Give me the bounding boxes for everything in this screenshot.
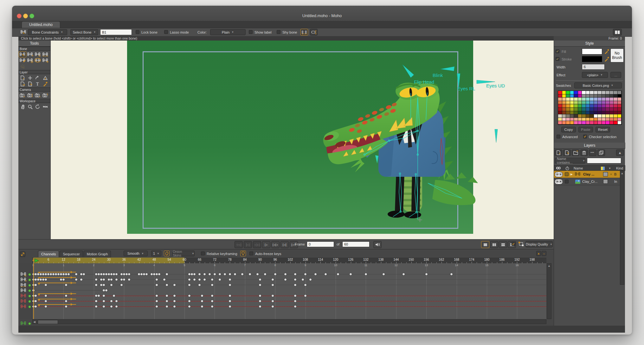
palette-swatch[interactable] [570,121,574,125]
keyframe[interactable] [115,300,118,303]
keyframe[interactable] [44,294,47,297]
keyframe[interactable] [95,305,98,308]
keyframe[interactable] [229,294,231,297]
kind-column-header[interactable]: Kind [616,166,623,170]
keyframe[interactable] [65,300,68,303]
keyframe[interactable] [102,278,105,281]
palette-swatch[interactable] [598,98,602,101]
palette-swatch[interactable] [578,121,582,125]
palette-swatch[interactable] [594,108,598,111]
layer-row-clay-[interactable]: ▶Clay ...▼B [554,171,620,178]
palette-swatch[interactable] [602,104,606,108]
palette-swatch[interactable] [598,94,602,98]
palette-swatch[interactable] [558,121,562,125]
keyframe[interactable] [115,278,118,281]
palette-swatch[interactable] [570,104,574,108]
palette-swatch[interactable] [582,108,586,111]
canvas-viewport[interactable]: BlinkFlip HeadEyes RLEyes UD [51,41,554,239]
keyframe[interactable] [123,278,126,281]
palette-swatch[interactable] [598,121,602,125]
keyframe[interactable] [213,273,216,276]
camera-pan-tool-button[interactable] [34,92,42,98]
palette-swatch[interactable] [614,101,618,105]
fill-eyedropper-icon[interactable] [604,48,610,54]
keyframe[interactable] [128,273,131,276]
palette-swatch[interactable] [594,101,598,105]
palette-swatch[interactable] [578,91,582,94]
palette-swatch[interactable] [570,108,574,111]
keyframe[interactable] [294,278,297,281]
swatches-dropdown[interactable]: Basic Colors.png▼ [574,82,622,88]
current-frame-input[interactable]: 0 [307,241,334,247]
keyframe[interactable] [65,305,68,308]
chevron-down-icon[interactable]: ▼ [609,167,611,170]
play-button[interactable]: ▷ [262,241,270,248]
mute-audio-button[interactable] [373,241,382,248]
palette-swatch[interactable] [618,98,622,101]
palette-swatch[interactable] [590,111,594,115]
send-layer-tool-button[interactable] [19,81,26,87]
keyframe[interactable] [165,294,168,297]
keyframe[interactable] [259,305,261,308]
palette-swatch[interactable] [602,111,606,115]
channel-bone-scale-2[interactable] [20,283,31,288]
bone-pencil-tool-button[interactable] [19,57,26,63]
palette-swatch[interactable] [618,101,622,105]
palette-swatch[interactable] [618,114,622,118]
palette-swatch[interactable] [614,114,618,118]
palette-swatch[interactable] [614,98,618,101]
palette-swatch[interactable] [602,91,606,94]
copy-style-button[interactable]: Copy [561,127,576,132]
palette-swatch[interactable] [606,111,610,115]
bone-constraints-dropdown[interactable]: Bone Constraints▼ [28,29,67,35]
keyframe[interactable] [304,294,307,297]
bone-strength-tool-button[interactable] [34,57,42,63]
timeline-ruler[interactable]: 6121824303642485460667278849096102108114… [32,258,546,263]
palette-swatch[interactable] [566,94,570,98]
palette-swatch[interactable] [586,111,590,115]
palette-swatch[interactable] [562,118,566,121]
palette-swatch[interactable] [598,108,602,111]
duplicate-layer-button[interactable] [563,150,571,156]
palette-swatch[interactable] [570,98,574,101]
show-label-checkbox[interactable] [249,30,253,34]
keyframe[interactable] [193,273,196,276]
name-column-header[interactable]: Name [574,166,583,170]
keyframe[interactable] [201,305,203,308]
layer-visibility-toggle[interactable] [555,179,563,184]
palette-swatch[interactable] [602,94,606,98]
palette-swatch[interactable] [586,104,590,108]
transform-bone-tool-button[interactable] [19,51,26,57]
palette-swatch[interactable] [618,121,622,125]
keyframe[interactable] [188,305,191,308]
stroke-width-input[interactable]: 6 [582,64,605,70]
fill-checkbox[interactable] [556,49,559,53]
keyframe[interactable] [188,294,191,297]
keyframe[interactable] [155,300,158,303]
palette-swatch[interactable] [590,114,594,118]
palette-swatch[interactable] [590,98,594,101]
scroll-left-arrow[interactable]: ◀ [33,320,35,323]
palette-swatch[interactable] [586,98,590,101]
keyframe[interactable] [44,278,47,281]
palette-swatch[interactable] [558,91,562,94]
palette-swatch[interactable] [578,114,582,118]
palette-swatch[interactable] [566,114,570,118]
palette-swatch[interactable] [570,91,574,94]
palette-swatch[interactable] [566,111,570,115]
keyframe[interactable] [402,273,405,276]
add-bone-tool-button[interactable]: + [26,51,34,57]
lasso-mode-checkbox[interactable] [164,30,168,34]
follow-path-tool-button[interactable] [34,75,42,81]
channel-bone-red-6[interactable] [20,304,31,309]
keyframe[interactable] [44,305,47,308]
keyframe[interactable] [102,305,105,308]
palette-swatch[interactable] [610,118,614,121]
keyframe[interactable] [113,294,115,297]
stroke-eyedropper-icon[interactable] [604,56,610,62]
layer-animate-checkbox[interactable] [565,180,569,183]
text-tool-tool-button[interactable]: T [34,81,42,87]
display-quality-dropdown[interactable]: Display Quality▼ [525,241,553,247]
palette-swatch[interactable] [562,98,566,101]
collapse-layers-button[interactable]: ▲ [616,150,624,156]
